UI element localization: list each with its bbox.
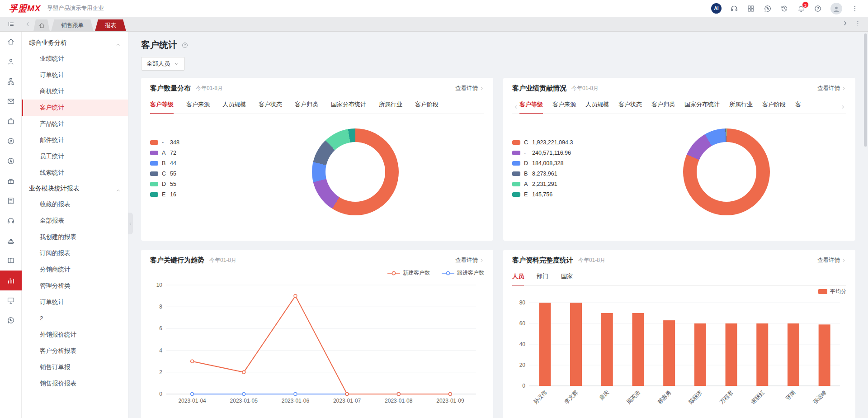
- sidebar-toggle-icon[interactable]: [0, 17, 22, 31]
- contacts-icon[interactable]: [0, 52, 22, 71]
- help-icon[interactable]: [814, 5, 822, 13]
- avatar[interactable]: [830, 3, 842, 14]
- legend-item[interactable]: 新建客户数: [387, 269, 430, 277]
- apps-grid-icon[interactable]: [747, 5, 755, 13]
- chart-tab[interactable]: 客户状态: [259, 96, 282, 114]
- legend-item[interactable]: -348: [150, 139, 226, 146]
- whatsapp-icon[interactable]: [764, 5, 772, 13]
- legend-item[interactable]: A72: [150, 150, 226, 156]
- sidebar-item[interactable]: 全部报表: [22, 213, 128, 229]
- chart-tab[interactable]: 客户归类: [651, 96, 675, 114]
- nav-back-icon[interactable]: [22, 17, 33, 31]
- legend-item[interactable]: 平均分: [818, 288, 846, 295]
- legend-item[interactable]: -240,571,116.96: [512, 150, 606, 156]
- circle-a-icon[interactable]: [0, 151, 22, 171]
- sidebar-item[interactable]: 业绩统计: [22, 51, 128, 67]
- donut-chart: [683, 128, 770, 215]
- sidebar-item[interactable]: 商机统计: [22, 83, 128, 100]
- chart-tab[interactable]: 客户状态: [618, 96, 642, 114]
- more-menu-icon[interactable]: [851, 5, 859, 13]
- report-icon[interactable]: [0, 191, 22, 211]
- history-icon[interactable]: [780, 5, 788, 13]
- sidebar-item[interactable]: 销售报价报表: [22, 375, 128, 392]
- legend-item[interactable]: 跟进客户数: [442, 269, 484, 277]
- chart-tab[interactable]: 客户阶段: [762, 96, 786, 114]
- sidebar-item[interactable]: 销售订单报: [22, 359, 128, 375]
- sidebar-item[interactable]: 分销商统计: [22, 261, 128, 278]
- chart-tab[interactable]: 人员: [512, 268, 524, 286]
- sidebar-item[interactable]: 邮件统计: [22, 132, 128, 148]
- tabs-scroll-left[interactable]: [512, 100, 519, 114]
- chart-icon[interactable]: [0, 271, 22, 290]
- sidebar-item[interactable]: 客户分析报表: [22, 343, 128, 359]
- chart-tab[interactable]: 国家: [561, 268, 573, 285]
- chart-tab[interactable]: 国家分布统计: [684, 96, 720, 114]
- mail-icon[interactable]: [0, 91, 22, 111]
- menu-section-header[interactable]: 业务模块统计报表: [22, 181, 128, 196]
- view-details-link[interactable]: 查看详情: [817, 256, 846, 264]
- tabs-scroll-right[interactable]: [839, 100, 846, 114]
- legend-item[interactable]: C1,923,221,094.3: [512, 139, 606, 146]
- sidebar-item[interactable]: 员工统计: [22, 148, 128, 165]
- legend-item[interactable]: B44: [150, 160, 226, 166]
- sidebar-item[interactable]: 我创建的报表: [22, 229, 128, 245]
- chart-tab[interactable]: 客户等级: [519, 96, 543, 114]
- sidebar-item[interactable]: 订单统计: [22, 67, 128, 83]
- bag-icon[interactable]: [0, 111, 22, 131]
- sidebar-item[interactable]: 客户统计: [22, 100, 128, 116]
- monitor-icon[interactable]: [0, 290, 22, 310]
- sidebar-item[interactable]: 订阅的报表: [22, 245, 128, 261]
- menu-section-header[interactable]: 综合业务分析: [22, 35, 128, 51]
- legend-item[interactable]: B8,273,961: [512, 171, 606, 177]
- chart-tab[interactable]: 客户归类: [295, 96, 318, 114]
- view-details-link[interactable]: 查看详情: [455, 256, 484, 264]
- scrollbar[interactable]: [864, 33, 867, 147]
- personnel-filter-dropdown[interactable]: 全部人员: [141, 57, 185, 71]
- chart-tab[interactable]: 客户来源: [186, 96, 210, 114]
- legend-item[interactable]: C55: [150, 171, 226, 177]
- nav-forward-icon[interactable]: [842, 20, 850, 28]
- view-details-link[interactable]: 查看详情: [455, 85, 484, 92]
- org-icon[interactable]: [0, 71, 22, 91]
- chart-tab[interactable]: 客: [795, 96, 801, 114]
- chart-tab[interactable]: 人员规模: [222, 96, 246, 114]
- chart-tab[interactable]: 所属行业: [729, 96, 753, 114]
- ai-assistant-button[interactable]: AI: [711, 3, 722, 14]
- chart-tab[interactable]: 部门: [537, 268, 548, 285]
- gift-icon[interactable]: [0, 171, 22, 191]
- sidebar-item[interactable]: 2: [22, 310, 128, 327]
- whatsapp-icon[interactable]: [0, 310, 22, 330]
- legend-swatch: [512, 171, 520, 176]
- chart-tab[interactable]: 人员规模: [585, 96, 609, 114]
- view-details-link[interactable]: 查看详情: [817, 85, 846, 92]
- notifications-button[interactable]: 3: [797, 5, 805, 13]
- workspace-tab[interactable]: 报表: [95, 19, 126, 31]
- sidebar-item[interactable]: 收藏的报表: [22, 196, 128, 213]
- legend-item[interactable]: A2,231,291: [512, 181, 606, 187]
- sidebar-item[interactable]: 线索统计: [22, 165, 128, 181]
- book-icon[interactable]: [0, 251, 22, 271]
- sidebar-item[interactable]: 产品统计: [22, 116, 128, 132]
- chart-tab[interactable]: 客户等级: [150, 96, 174, 114]
- headset-icon[interactable]: [0, 211, 22, 231]
- chart-tab[interactable]: 所属行业: [379, 96, 402, 114]
- legend-item[interactable]: D184,008,328: [512, 160, 606, 166]
- legend-item[interactable]: E145,756: [512, 191, 606, 198]
- home-icon[interactable]: [0, 32, 22, 52]
- legend-item[interactable]: D55: [150, 181, 226, 187]
- home-tab[interactable]: [33, 19, 50, 31]
- tab-more-icon[interactable]: [854, 20, 863, 28]
- sidebar-item[interactable]: 管理分析类: [22, 278, 128, 294]
- sidebar-item[interactable]: 订单统计: [22, 294, 128, 310]
- support-icon[interactable]: [730, 5, 738, 13]
- ship-icon[interactable]: [0, 231, 22, 251]
- chart-tab[interactable]: 客户来源: [552, 96, 576, 114]
- compass-icon[interactable]: [0, 131, 22, 151]
- sidebar-item[interactable]: 外销报价统计: [22, 327, 128, 343]
- workspace-tab[interactable]: 销售跟单: [51, 19, 94, 31]
- page-help-icon[interactable]: [181, 42, 189, 49]
- legend-item[interactable]: E16: [150, 191, 226, 198]
- sidebar-collapse-handle[interactable]: [128, 213, 133, 234]
- chart-tab[interactable]: 客户阶段: [415, 96, 439, 114]
- chart-tab[interactable]: 国家分布统计: [331, 96, 366, 114]
